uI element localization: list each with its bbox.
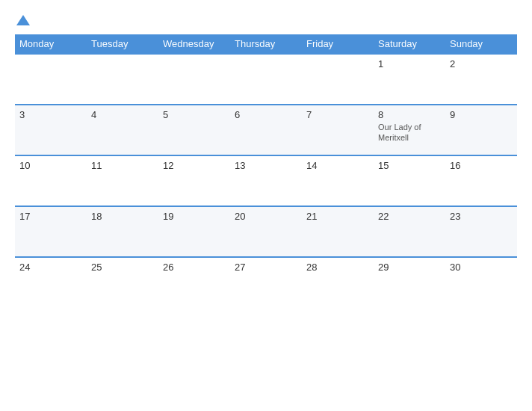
calendar-cell: 9	[445, 105, 517, 155]
calendar-cell: 7	[302, 105, 374, 155]
calendar-row-5: 24252627282930	[15, 257, 517, 308]
calendar-cell: 6	[230, 105, 302, 155]
calendar-cell	[230, 54, 302, 105]
day-number: 14	[306, 160, 369, 171]
calendar-row-3: 10111213141516	[15, 155, 517, 206]
day-number: 20	[235, 211, 297, 222]
day-number: 28	[306, 262, 369, 273]
day-number: 5	[163, 109, 226, 120]
weekday-header-friday: Friday	[302, 34, 374, 54]
day-number: 7	[306, 109, 369, 120]
weekday-header-saturday: Saturday	[374, 34, 445, 54]
day-number: 25	[91, 262, 154, 273]
weekday-header-monday: Monday	[15, 34, 87, 54]
day-number: 21	[306, 211, 369, 222]
day-number: 12	[163, 160, 226, 171]
calendar-cell	[15, 54, 87, 105]
calendar-row-4: 17181920212223	[15, 206, 517, 257]
calendar-cell: 10	[15, 155, 87, 206]
day-number: 17	[19, 211, 82, 222]
calendar-cell: 8Our Lady of Meritxell	[374, 105, 445, 155]
day-number: 6	[235, 109, 297, 120]
calendar-cell: 12	[158, 155, 230, 206]
weekday-header-row: MondayTuesdayWednesdayThursdayFridaySatu…	[15, 34, 517, 54]
calendar-cell: 13	[230, 155, 302, 206]
calendar-cell: 30	[445, 257, 517, 308]
logo-flag-icon	[16, 13, 30, 27]
svg-marker-0	[16, 15, 30, 25]
calendar-table: MondayTuesdayWednesdayThursdayFridaySatu…	[15, 34, 517, 308]
day-number: 30	[450, 262, 513, 273]
calendar-cell: 21	[302, 206, 374, 257]
calendar-cell: 23	[445, 206, 517, 257]
day-number: 3	[19, 109, 82, 120]
day-number: 18	[91, 211, 154, 222]
calendar-cell: 3	[15, 105, 87, 155]
weekday-header-tuesday: Tuesday	[87, 34, 158, 54]
day-number: 24	[19, 262, 82, 273]
calendar-cell: 17	[15, 206, 87, 257]
calendar-cell: 1	[374, 54, 445, 105]
calendar-cell: 24	[15, 257, 87, 308]
header	[15, 13, 517, 27]
calendar-cell: 2	[445, 54, 517, 105]
day-number: 19	[163, 211, 226, 222]
calendar-row-2: 345678Our Lady of Meritxell9	[15, 105, 517, 155]
calendar-cell: 25	[87, 257, 158, 308]
day-number: 16	[450, 160, 513, 171]
calendar-page: MondayTuesdayWednesdayThursdayFridaySatu…	[0, 0, 532, 411]
day-number: 15	[378, 160, 441, 171]
weekday-header-thursday: Thursday	[230, 34, 302, 54]
day-number: 10	[19, 160, 82, 171]
calendar-cell: 27	[230, 257, 302, 308]
day-number: 26	[163, 262, 226, 273]
day-number: 2	[450, 58, 513, 69]
calendar-cell: 5	[158, 105, 230, 155]
day-number: 13	[235, 160, 297, 171]
day-number: 11	[91, 160, 154, 171]
day-number: 23	[450, 211, 513, 222]
calendar-cell: 22	[374, 206, 445, 257]
calendar-cell: 11	[87, 155, 158, 206]
weekday-header-sunday: Sunday	[445, 34, 517, 54]
weekday-header-wednesday: Wednesday	[158, 34, 230, 54]
calendar-cell: 15	[374, 155, 445, 206]
day-number: 22	[378, 211, 441, 222]
event-label: Our Lady of Meritxell	[378, 122, 441, 143]
day-number: 9	[450, 109, 513, 120]
day-number: 29	[378, 262, 441, 273]
calendar-cell: 18	[87, 206, 158, 257]
day-number: 8	[378, 109, 441, 120]
calendar-cell: 29	[374, 257, 445, 308]
day-number: 4	[91, 109, 154, 120]
calendar-cell: 4	[87, 105, 158, 155]
calendar-cell: 28	[302, 257, 374, 308]
logo	[15, 13, 30, 27]
calendar-cell: 19	[158, 206, 230, 257]
calendar-cell: 14	[302, 155, 374, 206]
day-number: 27	[235, 262, 297, 273]
calendar-cell	[87, 54, 158, 105]
day-number: 1	[378, 58, 441, 69]
calendar-cell: 20	[230, 206, 302, 257]
calendar-row-1: 12	[15, 54, 517, 105]
calendar-cell: 26	[158, 257, 230, 308]
calendar-cell	[158, 54, 230, 105]
calendar-cell	[302, 54, 374, 105]
calendar-cell: 16	[445, 155, 517, 206]
